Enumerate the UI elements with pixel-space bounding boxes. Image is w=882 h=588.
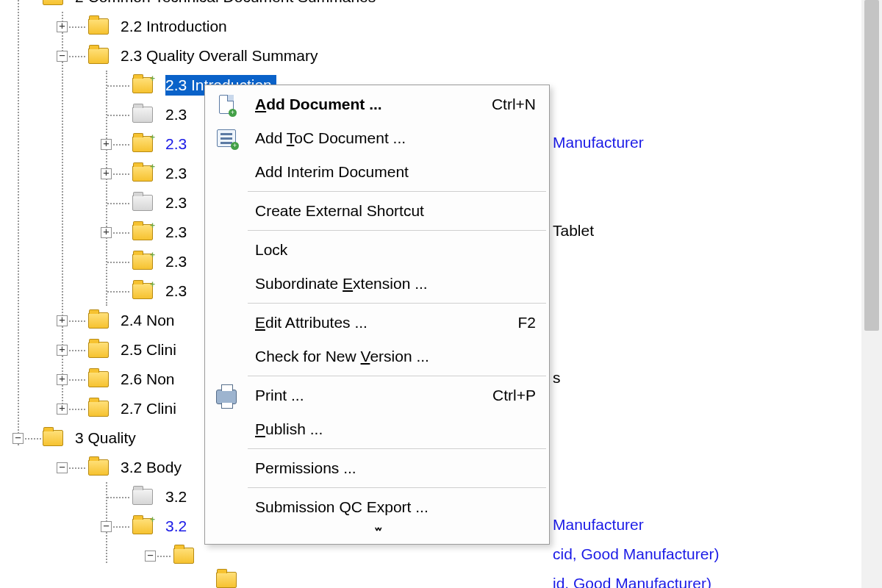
folder-icon — [216, 572, 237, 588]
trail-text: cid, Good Manufacturer) — [553, 545, 719, 563]
menu-item-lock[interactable]: Lock — [205, 233, 549, 267]
menu-item-label: Create External Shortcut — [255, 202, 424, 220]
expander-plus-icon[interactable] — [101, 168, 112, 179]
folder-icon — [173, 548, 194, 564]
folder-grey-icon — [132, 107, 153, 123]
tree-item-label: 2.3 — [165, 165, 187, 182]
tree-item-label: 2.2 Introduction — [121, 18, 227, 35]
menu-item-label: Submission QC Export ... — [255, 498, 429, 516]
menu-item-add-interim-document[interactable]: Add Interim Document — [205, 155, 549, 189]
menu-item-add-document[interactable]: Add Document ... Ctrl+N — [205, 87, 549, 121]
trail-text: s — [553, 369, 561, 387]
menu-separator — [248, 448, 546, 449]
expander-minus-icon[interactable] — [101, 521, 112, 532]
context-menu: Add Document ... Ctrl+N Add ToC Document… — [204, 85, 550, 545]
tree-item-label: 2.3 — [165, 194, 187, 212]
tree-item-label: 3.2 Body — [121, 459, 182, 476]
tree-item-label: 3 Quality — [75, 429, 136, 447]
menu-item-label: Check for New Version ... — [255, 348, 429, 365]
menu-item-label: Subordinate Extension ... — [255, 275, 428, 293]
menu-item-add-toc-document[interactable]: Add ToC Document ... — [205, 121, 549, 155]
menu-item-label: Add Interim Document — [255, 163, 409, 181]
expander-minus-icon[interactable] — [145, 551, 156, 562]
printer-icon — [215, 384, 237, 406]
trail-text: id, Good Manufacturer) — [553, 575, 711, 588]
menu-item-check-new-version[interactable]: Check for New Version ... — [205, 340, 549, 373]
expander-plus-icon[interactable] — [101, 139, 112, 150]
menu-item-label: Print ... — [255, 387, 304, 404]
folder-new-icon — [132, 165, 153, 182]
menu-separator — [248, 376, 546, 376]
expander-plus-icon[interactable] — [57, 374, 68, 385]
scrollbar-track[interactable] — [861, 0, 882, 588]
tree-item[interactable]: 2 Common Technical Document Summaries — [0, 0, 794, 12]
tree-item-label: 2.4 Non — [121, 312, 175, 329]
menu-item-create-external-shortcut[interactable]: Create External Shortcut — [205, 194, 549, 228]
menu-item-permissions[interactable]: Permissions ... — [205, 451, 549, 485]
folder-grey-icon — [132, 195, 153, 211]
menu-separator — [248, 191, 546, 192]
tree-item-label: 3.2 — [165, 517, 187, 535]
tree-item-label: 2.3 — [165, 223, 187, 241]
expander-plus-icon[interactable] — [57, 315, 68, 326]
menu-item-edit-attributes[interactable]: Edit Attributes ... F2 — [205, 306, 549, 340]
folder-new-icon — [132, 77, 153, 93]
tree-item-label: 2.3 — [165, 282, 187, 300]
folder-icon — [88, 371, 109, 387]
tree-item-label: 2.7 Clini — [121, 400, 176, 417]
tree-item-label: 2.3 — [165, 106, 187, 123]
menu-separator — [248, 230, 546, 231]
menu-separator — [248, 303, 546, 304]
menu-item-label: Permissions ... — [255, 459, 356, 477]
expander-plus-icon[interactable] — [101, 227, 112, 238]
tree-item-label: 2.6 Non — [121, 370, 175, 388]
menu-item-publish[interactable]: Publish ... — [205, 412, 549, 446]
tree-item-label: 2.3 — [165, 135, 187, 153]
menu-item-submission-qc-export[interactable]: Submission QC Export ... — [205, 490, 549, 524]
folder-icon — [88, 18, 109, 35]
folder-icon — [43, 0, 63, 5]
menu-item-shortcut: Ctrl+N — [470, 96, 536, 113]
tree-item[interactable]: 2.2 Introduction — [0, 12, 794, 41]
toc-add-icon — [215, 127, 237, 149]
tree-item-label: 3.2 — [165, 488, 187, 506]
trail-text: Tablet — [553, 222, 594, 240]
menu-item-shortcut: Ctrl+P — [470, 387, 536, 404]
folder-grey-icon — [132, 489, 153, 505]
expander-minus-icon[interactable] — [12, 433, 24, 444]
folder-new-icon — [132, 283, 153, 299]
menu-item-shortcut: F2 — [495, 314, 536, 331]
menu-item-label: Add Document ... — [255, 96, 382, 113]
scrollbar-thumb[interactable] — [864, 0, 879, 331]
folder-icon — [88, 48, 109, 64]
folder-icon — [88, 459, 109, 476]
expander-plus-icon[interactable] — [57, 345, 68, 356]
tree-item[interactable]: 2.3 Quality Overall Summary — [0, 41, 794, 71]
document-add-icon — [215, 93, 237, 115]
menu-item-label: Publish ... — [255, 420, 323, 438]
menu-item-label: Edit Attributes ... — [255, 314, 368, 331]
menu-item-label: Add ToC Document ... — [255, 129, 406, 147]
folder-icon — [88, 401, 109, 417]
tree-item-label: 2.3 Quality Overall Summary — [121, 47, 318, 65]
menu-separator — [248, 487, 546, 488]
trail-text: Manufacturer — [553, 516, 644, 534]
folder-new-icon — [132, 224, 153, 240]
tree-item-label: 2.5 Clini — [121, 341, 176, 359]
expander-minus-icon[interactable] — [57, 51, 68, 62]
expander-plus-icon[interactable] — [57, 404, 68, 415]
expander-minus-icon[interactable] — [57, 462, 68, 473]
menu-item-label: Lock — [255, 241, 287, 259]
folder-icon — [88, 312, 109, 329]
folder-new-icon — [132, 518, 153, 534]
expander-plus-icon[interactable] — [57, 21, 68, 32]
menu-item-subordinate-extension[interactable]: Subordinate Extension ... — [205, 267, 549, 301]
folder-icon — [43, 430, 63, 446]
menu-item-print[interactable]: Print ... Ctrl+P — [205, 379, 549, 412]
tree-item-label: 2 Common Technical Document Summaries — [75, 0, 376, 6]
folder-new-icon — [132, 254, 153, 270]
tree-item-label: 2.3 — [165, 253, 187, 270]
folder-new-icon — [132, 136, 153, 152]
trail-text: Manufacturer — [553, 134, 644, 151]
menu-more-chevron-icon[interactable]: ˅˅ — [205, 524, 549, 542]
